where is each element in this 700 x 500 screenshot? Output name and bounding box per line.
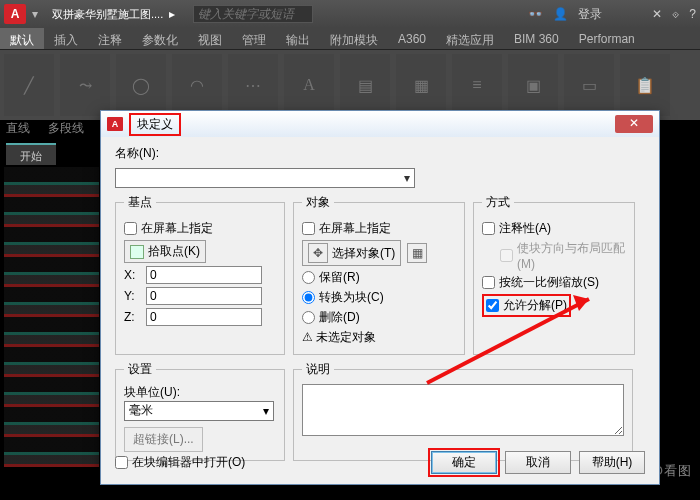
settings-legend: 设置 bbox=[124, 361, 156, 378]
tool-clipboard-icon[interactable]: 📋 bbox=[620, 54, 670, 116]
convert-radio[interactable] bbox=[302, 291, 315, 304]
tab-bim360[interactable]: BIM 360 bbox=[504, 28, 569, 49]
object-legend: 对象 bbox=[302, 194, 334, 211]
mode-legend: 方式 bbox=[482, 194, 514, 211]
unit-combobox[interactable]: 毫米 bbox=[124, 401, 274, 421]
tab-performance[interactable]: Performan bbox=[569, 28, 645, 49]
settings-group: 设置 块单位(U): 毫米 超链接(L)... bbox=[115, 361, 285, 461]
uniform-scale-checkbox[interactable] bbox=[482, 276, 495, 289]
description-legend: 说明 bbox=[302, 361, 334, 378]
obj-specify-checkbox[interactable] bbox=[302, 222, 315, 235]
tab-output[interactable]: 输出 bbox=[276, 28, 320, 49]
open-editor-label: 在块编辑器中打开(O) bbox=[132, 454, 245, 471]
pick-point-button[interactable]: 拾取点(K) bbox=[124, 240, 206, 263]
app-titlebar: A ▾ 双拼豪华别墅施工图.... ▸ 👓 👤 登录 ✕ ⟐ ? bbox=[0, 0, 700, 28]
search-input[interactable] bbox=[193, 5, 313, 23]
block-definition-dialog: A 块定义 ✕ 名称(N): 基点 在屏幕上指定 拾取点(K) X: Y: Z:… bbox=[100, 110, 660, 485]
close-button[interactable]: ✕ bbox=[615, 115, 653, 133]
match-orientation-checkbox bbox=[500, 249, 513, 262]
ribbon-labels: 直线多段线 bbox=[6, 120, 84, 137]
quickselect-button[interactable]: ▦ bbox=[407, 243, 427, 263]
drawing-content bbox=[4, 167, 99, 467]
tab-view[interactable]: 视图 bbox=[188, 28, 232, 49]
tab-featured[interactable]: 精选应用 bbox=[436, 28, 504, 49]
unit-label: 块单位(U): bbox=[124, 384, 276, 401]
tool-line-icon[interactable]: ╱ bbox=[4, 54, 54, 116]
no-selection-warning: ⚠ 未选定对象 bbox=[302, 329, 456, 346]
mode-group: 方式 注释性(A) 使块方向与布局匹配(M) 按统一比例缩放(S) 允许分解(P… bbox=[473, 194, 635, 355]
tab-a360[interactable]: A360 bbox=[388, 28, 436, 49]
login-link[interactable]: 登录 bbox=[578, 6, 602, 23]
document-title: 双拼豪华别墅施工图.... bbox=[52, 7, 163, 22]
ribbon-tabs: 默认 插入 注释 参数化 视图 管理 输出 附加模块 A360 精选应用 BIM… bbox=[0, 28, 700, 50]
y-input[interactable] bbox=[146, 287, 262, 305]
name-label: 名称(N): bbox=[115, 145, 159, 162]
hyperlink-button[interactable]: 超链接(L)... bbox=[124, 427, 203, 452]
name-combobox[interactable] bbox=[115, 168, 415, 188]
help-button[interactable]: 帮助(H) bbox=[579, 451, 645, 474]
tab-insert[interactable]: 插入 bbox=[44, 28, 88, 49]
tool-arc-icon[interactable]: ◠ bbox=[172, 54, 222, 116]
tool-polyline-icon[interactable]: ⤳ bbox=[60, 54, 110, 116]
description-group: 说明 bbox=[293, 361, 633, 461]
base-specify-checkbox[interactable] bbox=[124, 222, 137, 235]
open-editor-checkbox[interactable] bbox=[115, 456, 128, 469]
dialog-titlebar: A 块定义 ✕ bbox=[101, 111, 659, 137]
tab-annotate[interactable]: 注释 bbox=[88, 28, 132, 49]
description-textarea[interactable] bbox=[302, 384, 624, 436]
tool-circle-icon[interactable]: ◯ bbox=[116, 54, 166, 116]
tab-default[interactable]: 默认 bbox=[0, 28, 44, 49]
delete-radio[interactable] bbox=[302, 311, 315, 324]
dialog-logo-icon: A bbox=[107, 117, 123, 131]
annotative-checkbox[interactable] bbox=[482, 222, 495, 235]
x-input[interactable] bbox=[146, 266, 262, 284]
basepoint-legend: 基点 bbox=[124, 194, 156, 211]
ok-button[interactable]: 确定 bbox=[431, 451, 497, 474]
dialog-title: 块定义 bbox=[129, 113, 181, 136]
app-logo-icon: A bbox=[4, 4, 26, 24]
tool-utils-icon[interactable]: ▭ bbox=[564, 54, 614, 116]
tool-text-icon[interactable]: A bbox=[284, 54, 334, 116]
tab-addons[interactable]: 附加模块 bbox=[320, 28, 388, 49]
exchange-icon[interactable]: ✕ bbox=[652, 7, 662, 21]
user-icon[interactable]: 👤 bbox=[553, 7, 568, 21]
help-icon[interactable]: ? bbox=[689, 7, 696, 21]
tool-props-icon[interactable]: ≡ bbox=[452, 54, 502, 116]
z-input[interactable] bbox=[146, 308, 262, 326]
cancel-button[interactable]: 取消 bbox=[505, 451, 571, 474]
select-icon: ✥ bbox=[308, 243, 328, 263]
doc-dropdown-icon[interactable]: ▸ bbox=[169, 7, 175, 21]
allow-explode-checkbox[interactable] bbox=[486, 299, 499, 312]
tab-manage[interactable]: 管理 bbox=[232, 28, 276, 49]
basepoint-group: 基点 在屏幕上指定 拾取点(K) X: Y: Z: bbox=[115, 194, 285, 355]
select-objects-button[interactable]: ✥选择对象(T) bbox=[302, 240, 401, 266]
share-icon[interactable]: ⟐ bbox=[672, 7, 679, 21]
retain-radio[interactable] bbox=[302, 271, 315, 284]
tab-parametric[interactable]: 参数化 bbox=[132, 28, 188, 49]
tool-group-icon[interactable]: ▣ bbox=[508, 54, 558, 116]
tool-block-icon[interactable]: ▦ bbox=[396, 54, 446, 116]
tool-misc-icon[interactable]: ⋯ bbox=[228, 54, 278, 116]
allow-explode-highlight: 允许分解(P) bbox=[482, 294, 571, 317]
object-group: 对象 在屏幕上指定 ✥选择对象(T) ▦ 保留(R) 转换为块(C) 删除(D)… bbox=[293, 194, 465, 355]
search-icon[interactable]: 👓 bbox=[528, 7, 543, 21]
pick-point-icon bbox=[130, 245, 144, 259]
tool-layers-icon[interactable]: ▤ bbox=[340, 54, 390, 116]
app-menu-dropdown[interactable]: ▾ bbox=[32, 7, 38, 21]
